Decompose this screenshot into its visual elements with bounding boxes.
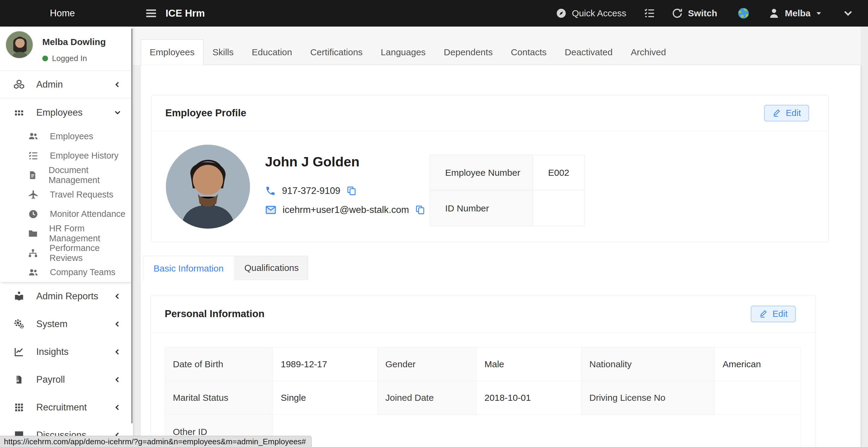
table-row: ID Number: [430, 191, 585, 226]
user-menu[interactable]: Melba: [768, 7, 822, 19]
quick-access-button[interactable]: Quick Access: [556, 7, 626, 19]
sidebar: Melba Dowling Logged In Admin Employees: [0, 27, 133, 447]
sidebar-item-admin[interactable]: Admin: [0, 71, 133, 98]
sidebar-subitem-label: Travel Requests: [50, 190, 113, 200]
tab-archived[interactable]: Archived: [622, 39, 675, 65]
payroll-file-icon: [12, 375, 26, 384]
sidebar-subitem-label: Company Teams: [50, 267, 116, 277]
detail-tabs: Basic Information Qualifications: [143, 256, 308, 281]
sidebar-subitem-company-teams[interactable]: Company Teams: [0, 263, 133, 282]
person-icon: [768, 7, 780, 19]
table-row: Employee Number E002: [430, 155, 585, 191]
tab-skills[interactable]: Skills: [204, 39, 243, 65]
tab-basic-information[interactable]: Basic Information: [143, 256, 234, 281]
section-title: Personal Information: [165, 308, 265, 320]
field-label: Joined Date: [377, 381, 476, 415]
sidebar-item-admin-reports[interactable]: Admin Reports: [0, 282, 133, 310]
users-icon: [27, 131, 40, 142]
field-value: 2018-10-01: [476, 381, 582, 415]
edit-profile-button[interactable]: Edit: [764, 105, 809, 121]
edit-label: Edit: [786, 108, 801, 118]
sidebar-item-label: System: [36, 319, 67, 329]
app-root: Home ICE Hrm Quick Access Switch: [0, 0, 868, 447]
chevron-left-icon: [114, 404, 122, 411]
employee-phone-row: 917-372-9109: [265, 186, 356, 196]
sidebar-scrollbar[interactable]: [131, 28, 133, 423]
chevron-left-icon: [114, 348, 122, 356]
sidebar-subitem-label: Monitor Attendance: [50, 209, 125, 219]
grid9-icon: [12, 402, 26, 413]
sidebar-item-label: Admin Reports: [36, 291, 98, 302]
sidebar-subitem-travel-requests[interactable]: Travel Requests: [0, 185, 133, 204]
sidebar-item-label: Payroll: [36, 374, 65, 385]
sidebar-subitem-hr-form-management[interactable]: HR Form Management: [0, 224, 133, 243]
tab-education[interactable]: Education: [243, 39, 301, 65]
tab-deactivated[interactable]: Deactivated: [556, 39, 622, 65]
field-value: E002: [533, 155, 585, 191]
sidebar-item-payroll[interactable]: Payroll: [0, 366, 133, 393]
tab-dependents[interactable]: Dependents: [435, 39, 502, 65]
sidebar-subitem-document-management[interactable]: Document Management: [0, 165, 133, 185]
hamburger-menu-icon[interactable]: [145, 7, 158, 20]
tasks-icon[interactable]: [644, 7, 655, 19]
sidebar-subitem-label: Document Management: [49, 165, 133, 185]
gears-icon: [12, 319, 26, 329]
field-value: [273, 415, 801, 447]
sidebar-item-insights[interactable]: Insights: [0, 338, 133, 366]
link-status-bar: https://icehrm.com/app/demo-icehrm/?g=ad…: [0, 436, 312, 447]
copy-icon[interactable]: [415, 205, 425, 215]
employee-email: icehrm+user1@web-stalk.com: [283, 204, 409, 215]
book-reader-icon: [12, 291, 26, 302]
quick-access-label: Quick Access: [572, 8, 626, 19]
field-label: Nationality: [582, 348, 715, 381]
cubes-icon: [12, 79, 26, 90]
tab-contacts[interactable]: Contacts: [502, 39, 556, 65]
field-label: ID Number: [430, 191, 533, 226]
pencil-icon: [759, 309, 768, 318]
sidebar-subitem-employees[interactable]: Employees: [0, 127, 133, 146]
sidebar-subitem-label: Employees: [50, 131, 93, 141]
field-value: American: [715, 348, 801, 381]
chevron-left-icon: [114, 376, 122, 384]
employee-photo: [166, 145, 250, 229]
sidebar-subitem-label: Performance Reviews: [50, 243, 133, 263]
employee-name: John J Golden: [265, 154, 360, 170]
language-globe-icon[interactable]: [737, 7, 750, 20]
tab-content-panel: Employee Profile Edit John J Golden: [141, 65, 861, 447]
tab-languages[interactable]: Languages: [372, 39, 435, 65]
email-icon: [265, 204, 277, 216]
logged-in-label: Logged In: [52, 54, 87, 63]
copy-icon[interactable]: [346, 186, 356, 196]
edit-personal-information-button[interactable]: Edit: [751, 306, 796, 322]
logged-in-status: Logged In: [42, 54, 87, 63]
collapse-chevron-icon[interactable]: [842, 7, 854, 19]
switch-button[interactable]: Switch: [672, 7, 717, 19]
topbar: Home ICE Hrm Quick Access Switch: [0, 0, 868, 27]
folder-icon: [27, 228, 39, 238]
sidebar-subitem-employee-history[interactable]: Employee History: [0, 146, 133, 165]
tab-qualifications[interactable]: Qualifications: [235, 256, 308, 280]
field-value: Male: [476, 348, 582, 381]
sidebar-subitem-label: Employee History: [50, 151, 119, 161]
tab-employees[interactable]: Employees: [141, 39, 204, 65]
sidebar-subitem-monitor-attendance[interactable]: Monitor Attendance: [0, 204, 133, 224]
home-menu-item[interactable]: Home: [50, 8, 75, 19]
plane-icon: [27, 189, 40, 200]
employee-profile-body: John J Golden 917-372-9109 icehrm+user1@…: [151, 131, 829, 242]
sidebar-item-label: Recruitment: [36, 402, 87, 413]
sidebar-item-employees[interactable]: Employees: [0, 98, 133, 127]
employee-profile-header: Employee Profile Edit: [151, 95, 829, 131]
grid-icon: [12, 107, 26, 118]
app-brand: ICE Hrm: [166, 7, 205, 19]
table-row: Marital Status Single Joined Date 2018-1…: [165, 381, 801, 415]
tab-certifications[interactable]: Certifications: [301, 39, 371, 65]
sidebar-item-label: Admin: [36, 79, 63, 90]
sidebar-subitem-performance-reviews[interactable]: Performance Reviews: [0, 243, 133, 262]
sidebar-item-system[interactable]: System: [0, 310, 133, 338]
document-icon: [27, 170, 39, 180]
edit-label: Edit: [773, 309, 787, 319]
field-label: Date of Birth: [165, 348, 273, 381]
field-label: Driving License No: [582, 381, 715, 415]
sidebar-item-recruitment[interactable]: Recruitment: [0, 393, 133, 421]
online-status-dot: [42, 56, 48, 61]
